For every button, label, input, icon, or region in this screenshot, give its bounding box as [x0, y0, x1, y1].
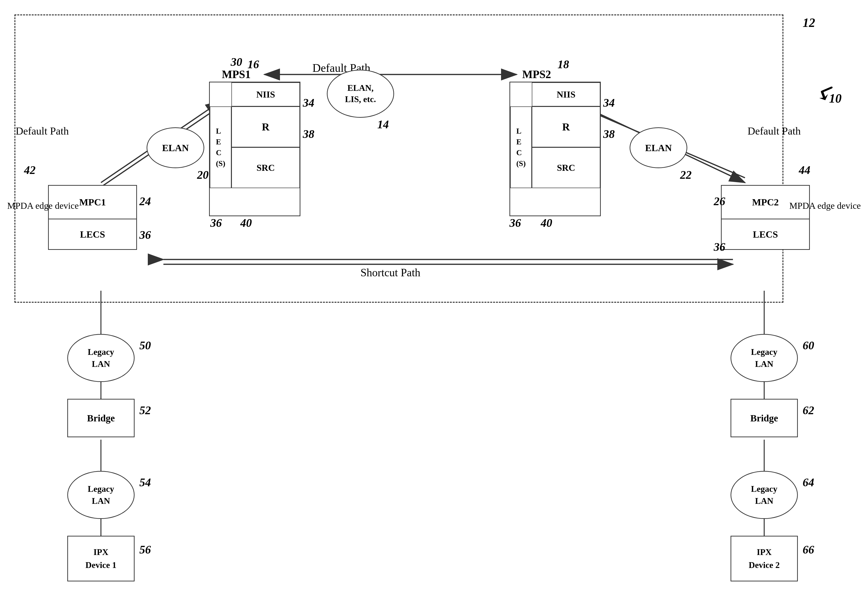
legacy-lan-64: LegacyLAN [730, 471, 798, 519]
mps1-label: MPS1 [222, 68, 251, 81]
elan-right-label: ELAN [645, 142, 672, 153]
lecs1-box: LECS [48, 218, 137, 250]
ipx-device-2-box: IPXDevice 2 [730, 536, 798, 581]
src-1: SRC [231, 147, 300, 188]
diagram: 12 10 [0, 0, 868, 610]
ipx-device-2-label: IPXDevice 2 [749, 546, 780, 571]
ref-36b: 36 [510, 216, 521, 229]
ref-38a: 38 [303, 127, 314, 141]
legacy-lan-54: LegacyLAN [67, 471, 135, 519]
ref-44: 44 [799, 163, 810, 176]
bridge-right-box: Bridge [730, 399, 798, 437]
ref-18: 18 [558, 58, 569, 71]
ipx-device-1-box: IPXDevice 1 [67, 536, 135, 581]
ref-60: 60 [803, 339, 814, 352]
ref-38b: 38 [603, 127, 615, 141]
ref-34a: 34 [303, 96, 314, 109]
legacy-lan-64-label: LegacyLAN [751, 483, 777, 507]
lec-s-2: LEC(S) [510, 107, 532, 188]
legacy-lan-60-label: LegacyLAN [751, 346, 777, 370]
elan-right-ellipse: ELAN [629, 127, 687, 168]
mps2-label: MPS2 [522, 68, 551, 81]
ref-52: 52 [140, 404, 151, 417]
default-path-right-label: Default Path [748, 125, 801, 137]
lecs2-box: LECS [721, 218, 810, 250]
legacy-lan-50: LegacyLAN [67, 334, 135, 382]
elan-center-label: ELAN,LIS, etc. [345, 82, 376, 105]
legacy-lan-50-label: LegacyLAN [88, 346, 114, 370]
src-2: SRC [532, 147, 600, 188]
mpc1-group: MPC1 LECS [48, 185, 137, 250]
ref-22: 22 [680, 168, 691, 181]
r-1: R [231, 107, 300, 147]
r-2: R [532, 107, 600, 147]
niis-2: NIIS [532, 82, 600, 107]
ref-30: 30 [231, 55, 242, 68]
lec-s-1: LEC(S) [210, 107, 231, 188]
ref-56: 56 [140, 543, 151, 556]
ref-12: 12 [803, 15, 815, 30]
ref-64: 64 [803, 476, 814, 489]
default-path-left-label: Default Path [16, 125, 69, 137]
mps2-box: MPS2 NIIS LEC(S) R SRC [510, 82, 601, 216]
mps1-box: MPS1 NIIS LEC(S) R SRC [209, 82, 301, 216]
ref-24: 24 [140, 195, 151, 208]
ref-34b: 34 [603, 96, 615, 109]
ref-42: 42 [24, 163, 36, 176]
shortcut-path-label: Shortcut Path [360, 266, 420, 279]
lightning-10: ☇ [815, 81, 831, 105]
ref-40a: 40 [240, 216, 252, 229]
elan-left-label: ELAN [162, 142, 189, 153]
ref-36a: 36 [210, 216, 222, 229]
elan-center-ellipse: ELAN,LIS, etc. [327, 70, 394, 118]
legacy-lan-60: LegacyLAN [730, 334, 798, 382]
ref-66: 66 [803, 543, 814, 556]
bridge-left-box: Bridge [67, 399, 135, 437]
ipx-device-1-label: IPXDevice 1 [85, 546, 116, 571]
ref-26: 26 [714, 195, 725, 208]
ref-54: 54 [140, 476, 151, 489]
elan-left-ellipse: ELAN [147, 127, 204, 168]
ref-36c: 36 [140, 228, 151, 242]
mpc2-group: MPC2 LECS [721, 185, 810, 250]
ref-62: 62 [803, 404, 814, 417]
ref-16: 16 [248, 58, 259, 71]
ref-20: 20 [197, 168, 209, 181]
ref-14: 14 [377, 118, 389, 131]
ref-36d: 36 [714, 240, 725, 254]
ref-10: 10 [829, 91, 842, 105]
mpda-right-label: MPDA edge device [789, 200, 861, 212]
niis-1: NIIS [231, 82, 300, 107]
mpda-left-label: MPDA edge device [7, 200, 79, 212]
ref-40b: 40 [541, 216, 552, 229]
legacy-lan-54-label: LegacyLAN [88, 483, 114, 507]
ref-50: 50 [140, 339, 151, 352]
